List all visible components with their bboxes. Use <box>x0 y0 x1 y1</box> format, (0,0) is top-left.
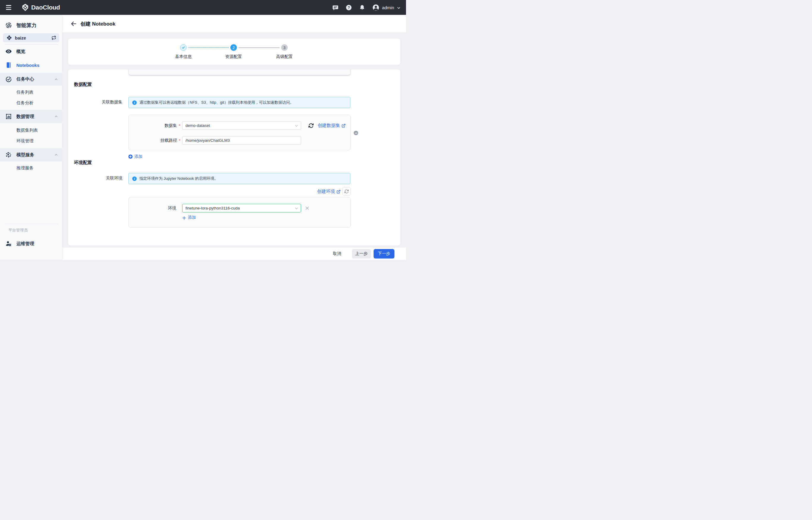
required-mark: * <box>179 123 180 128</box>
remove-dataset-button[interactable] <box>354 131 358 135</box>
stepper: 2 3 基本信息 资源配置 高级配置 <box>68 38 400 65</box>
menu-icon[interactable] <box>6 4 12 11</box>
back-arrow-icon[interactable] <box>71 21 77 27</box>
avatar <box>373 4 379 11</box>
user-menu[interactable]: admin <box>373 4 401 11</box>
sidebar-item-inference-svc[interactable]: 推理服务 <box>0 162 62 173</box>
refresh-envs-button[interactable] <box>342 187 351 196</box>
env-field-label: 环境 <box>129 204 176 212</box>
mount-path-field-label: 挂载路径* <box>129 136 180 145</box>
sidebar-product-label: 智能算力 <box>16 22 36 29</box>
sidebar-item-dataset-list[interactable]: 数据集列表 <box>0 125 62 135</box>
dataset-select[interactable]: demo-dataset <box>182 121 301 130</box>
env-assoc-label: 关联环境 <box>68 176 123 181</box>
env-group-card: 环境 finetune-lora-python3116-cuda 添加 <box>128 197 351 228</box>
stepper-connector-pending <box>238 47 280 48</box>
env-config-heading: 环境配置 <box>74 160 92 165</box>
step-2-active[interactable]: 2 <box>230 44 237 51</box>
sidebar-item-label: 任务列表 <box>16 89 33 95</box>
create-dataset-link[interactable]: 创建数据集 <box>318 123 346 128</box>
sidebar-group-data-mgmt[interactable]: 数据管理 <box>0 110 62 123</box>
remove-env-icon[interactable] <box>305 206 309 210</box>
sidebar-group-model-svc[interactable]: 模型服务 <box>0 148 62 161</box>
check-icon <box>182 46 185 49</box>
chevron-up-icon <box>54 77 58 81</box>
add-env-button[interactable]: 添加 <box>182 215 196 220</box>
task-check-circle-icon <box>5 76 12 83</box>
env-select[interactable]: finetune-lora-python3116-cuda <box>182 204 301 212</box>
sidebar-item-overview[interactable]: 概览 <box>0 46 62 57</box>
chevron-up-icon <box>54 114 58 119</box>
sidebar-item-env-mgmt[interactable]: 环境管理 <box>0 135 62 146</box>
chevron-down-icon <box>295 124 298 128</box>
sidebar-item-label: 概览 <box>16 49 25 54</box>
sidebar-group-label: 数据管理 <box>16 114 34 120</box>
sidebar-item-label: Notebooks <box>16 63 40 68</box>
sidebar-group-task-center[interactable]: 任务中心 <box>0 73 62 85</box>
step-1-done[interactable] <box>180 44 187 51</box>
ops-user-gear-icon <box>5 240 12 247</box>
external-link-icon <box>341 124 346 128</box>
workspace-name: baize <box>15 35 26 41</box>
refresh-icon <box>344 189 349 194</box>
dataset-info-banner: i 通过数据集可以将远端数据（NFS、S3、http、git）挂载到本地使用，可… <box>128 97 350 108</box>
workspace-selector[interactable]: baize <box>3 33 59 42</box>
step-3-pending[interactable]: 3 <box>281 44 288 51</box>
main-area: 创建 Notebook 2 3 基本信息 资源配置 高级配置 数据配置 关联数据… <box>62 15 406 260</box>
form-card: 数据配置 关联数据集 i 通过数据集可以将远端数据（NFS、S3、http、gi… <box>68 70 400 245</box>
required-mark: * <box>179 138 180 143</box>
chevron-down-icon <box>397 6 401 9</box>
brand-name: DaoCloud <box>31 4 60 11</box>
model-nodes-icon <box>5 152 12 158</box>
sidebar-item-label: 推理服务 <box>16 165 33 171</box>
sidebar-item-ops-mgmt[interactable]: 运维管理 <box>0 238 62 249</box>
sidebar-item-task-analysis[interactable]: 任务分析 <box>0 98 62 108</box>
sidebar-group-label: 模型服务 <box>16 152 34 158</box>
help-icon[interactable]: ? <box>346 4 352 11</box>
step-3-label: 高级配置 <box>270 54 299 59</box>
sidebar-item-label: 运维管理 <box>16 241 34 246</box>
add-dataset-button[interactable]: 添加 <box>128 154 142 159</box>
create-env-link[interactable]: 创建环境 <box>317 189 340 194</box>
sidebar-divider <box>4 224 58 224</box>
cancel-button[interactable]: 取消 <box>333 251 341 256</box>
sidebar-group-label: 任务中心 <box>16 76 34 82</box>
plus-circle-icon <box>128 155 132 159</box>
wizard-footer: 取消 上一步 下一步 <box>62 248 406 260</box>
sidebar-item-label: 数据集列表 <box>16 128 38 133</box>
dataset-assoc-label: 关联数据集 <box>68 100 123 105</box>
workspace-switch-icon[interactable] <box>51 35 56 40</box>
mount-path-input[interactable] <box>182 136 301 145</box>
dataset-field-label: 数据集* <box>129 121 180 130</box>
refresh-datasets-icon[interactable] <box>308 123 314 128</box>
notifications-bell-icon[interactable] <box>359 4 365 11</box>
sidebar-divider <box>4 44 58 45</box>
env-info-text: 指定环境作为 Jupyter Notebook 的启用环境。 <box>139 176 218 181</box>
sidebar-product[interactable]: 智能算力 <box>0 20 62 31</box>
page-title: 创建 Notebook <box>80 21 115 27</box>
next-step-button[interactable]: 下一步 <box>374 249 395 259</box>
svg-text:?: ? <box>348 5 350 9</box>
sidebar: 智能算力 baize 概览 Notebooks 任务中心 任务列表 <box>0 15 62 260</box>
workspace-diamond-icon <box>6 35 12 41</box>
external-link-icon <box>336 189 340 194</box>
step-1-label: 基本信息 <box>169 54 198 59</box>
sidebar-item-notebooks[interactable]: Notebooks <box>0 60 62 71</box>
sidebar-item-task-list[interactable]: 任务列表 <box>0 87 62 98</box>
messages-icon[interactable] <box>332 4 338 11</box>
plus-icon <box>182 216 186 219</box>
sidebar-item-label: 环境管理 <box>16 138 33 144</box>
platform-role-label: 平台管理员 <box>8 228 28 233</box>
chevron-down-icon <box>295 206 298 210</box>
data-config-heading: 数据配置 <box>74 82 92 87</box>
data-chart-frame-icon <box>5 113 12 120</box>
compute-target-icon <box>5 22 12 28</box>
previous-step-button[interactable]: 上一步 <box>352 249 371 259</box>
chevron-up-icon <box>54 153 58 157</box>
page-header: 创建 Notebook <box>62 15 406 32</box>
user-name: admin <box>382 5 394 10</box>
info-icon: i <box>132 177 137 181</box>
scrolled-field-partial[interactable] <box>128 70 351 75</box>
brand-logo[interactable]: DaoCloud <box>21 0 60 15</box>
top-bar: DaoCloud ? admin <box>0 0 406 15</box>
